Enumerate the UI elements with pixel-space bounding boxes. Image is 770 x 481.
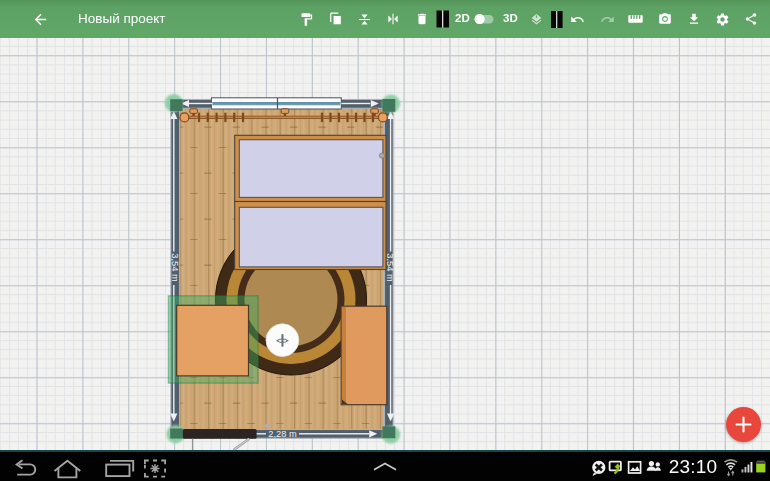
svg-text:3,54 m: 3,54 m (170, 253, 180, 282)
svg-text:2,28 m: 2,28 m (268, 429, 297, 439)
